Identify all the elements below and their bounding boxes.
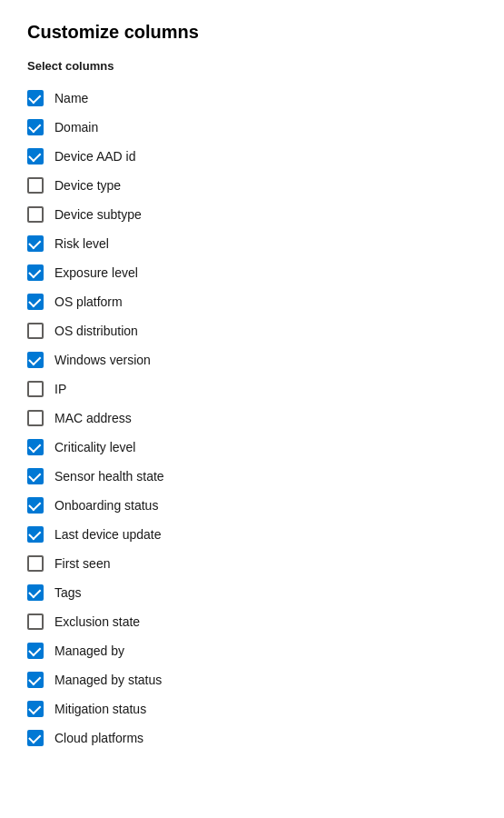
checkbox-risk-level[interactable] xyxy=(27,235,44,252)
column-item-mac-address[interactable]: MAC address xyxy=(27,404,477,433)
checkbox-ip[interactable] xyxy=(27,381,44,397)
column-label-tags: Tags xyxy=(54,585,82,600)
checkbox-device-subtype[interactable] xyxy=(27,206,44,223)
column-item-domain[interactable]: Domain xyxy=(27,113,477,142)
column-label-managed-by-status: Managed by status xyxy=(54,673,162,687)
column-item-first-seen[interactable]: First seen xyxy=(27,549,477,578)
column-label-last-device-update: Last device update xyxy=(54,527,162,542)
checkbox-exclusion-state[interactable] xyxy=(27,614,44,630)
checkbox-tags[interactable] xyxy=(27,584,44,601)
column-item-windows-version[interactable]: Windows version xyxy=(27,345,477,374)
column-label-device-subtype: Device subtype xyxy=(54,207,142,222)
column-label-mitigation-status: Mitigation status xyxy=(54,702,146,716)
checkbox-sensor-health-state[interactable] xyxy=(27,468,44,484)
column-label-cloud-platforms: Cloud platforms xyxy=(54,731,143,745)
column-item-exclusion-state[interactable]: Exclusion state xyxy=(27,607,477,636)
columns-list: NameDomainDevice AAD idDevice typeDevice… xyxy=(27,84,477,753)
column-item-os-distribution[interactable]: OS distribution xyxy=(27,316,477,345)
column-item-device-type[interactable]: Device type xyxy=(27,171,477,200)
column-label-exposure-level: Exposure level xyxy=(54,265,138,280)
column-label-ip: IP xyxy=(54,382,66,396)
column-item-os-platform[interactable]: OS platform xyxy=(27,287,477,316)
checkbox-device-aad-id[interactable] xyxy=(27,148,44,165)
column-label-managed-by: Managed by xyxy=(54,643,124,658)
checkbox-os-distribution[interactable] xyxy=(27,323,44,339)
checkbox-exposure-level[interactable] xyxy=(27,264,44,281)
checkbox-device-type[interactable] xyxy=(27,177,44,194)
column-item-device-aad-id[interactable]: Device AAD id xyxy=(27,142,477,171)
column-item-managed-by[interactable]: Managed by xyxy=(27,636,477,665)
checkbox-first-seen[interactable] xyxy=(27,555,44,572)
checkbox-domain[interactable] xyxy=(27,119,44,135)
checkbox-mac-address[interactable] xyxy=(27,410,44,426)
column-label-os-distribution: OS distribution xyxy=(54,324,138,338)
checkbox-name[interactable] xyxy=(27,90,44,106)
column-item-exposure-level[interactable]: Exposure level xyxy=(27,258,477,287)
column-label-domain: Domain xyxy=(54,120,98,135)
column-item-criticality-level[interactable]: Criticality level xyxy=(27,433,477,462)
column-item-managed-by-status[interactable]: Managed by status xyxy=(27,665,477,694)
column-label-onboarding-status: Onboarding status xyxy=(54,498,158,513)
column-label-mac-address: MAC address xyxy=(54,411,132,425)
section-label: Select columns xyxy=(27,59,477,73)
page-title: Customize columns xyxy=(27,22,477,43)
column-item-mitigation-status[interactable]: Mitigation status xyxy=(27,694,477,723)
column-item-device-subtype[interactable]: Device subtype xyxy=(27,200,477,229)
column-label-device-type: Device type xyxy=(54,178,121,193)
column-item-name[interactable]: Name xyxy=(27,84,477,113)
column-item-sensor-health-state[interactable]: Sensor health state xyxy=(27,462,477,491)
checkbox-criticality-level[interactable] xyxy=(27,439,44,455)
column-item-cloud-platforms[interactable]: Cloud platforms xyxy=(27,723,477,753)
column-item-risk-level[interactable]: Risk level xyxy=(27,229,477,258)
column-label-risk-level: Risk level xyxy=(54,236,109,251)
column-label-os-platform: OS platform xyxy=(54,294,123,309)
column-label-first-seen: First seen xyxy=(54,556,110,571)
checkbox-os-platform[interactable] xyxy=(27,294,44,310)
checkbox-managed-by[interactable] xyxy=(27,643,44,659)
column-label-exclusion-state: Exclusion state xyxy=(54,614,140,629)
checkbox-onboarding-status[interactable] xyxy=(27,497,44,514)
column-label-name: Name xyxy=(54,91,88,105)
checkbox-cloud-platforms[interactable] xyxy=(27,730,44,746)
column-item-onboarding-status[interactable]: Onboarding status xyxy=(27,491,477,520)
column-label-criticality-level: Criticality level xyxy=(54,440,135,454)
column-item-ip[interactable]: IP xyxy=(27,374,477,404)
checkbox-windows-version[interactable] xyxy=(27,352,44,368)
checkbox-mitigation-status[interactable] xyxy=(27,701,44,717)
column-label-device-aad-id: Device AAD id xyxy=(54,149,135,164)
column-item-tags[interactable]: Tags xyxy=(27,578,477,607)
column-item-last-device-update[interactable]: Last device update xyxy=(27,520,477,549)
checkbox-managed-by-status[interactable] xyxy=(27,672,44,688)
column-label-windows-version: Windows version xyxy=(54,353,151,367)
column-label-sensor-health-state: Sensor health state xyxy=(54,469,164,484)
checkbox-last-device-update[interactable] xyxy=(27,526,44,543)
